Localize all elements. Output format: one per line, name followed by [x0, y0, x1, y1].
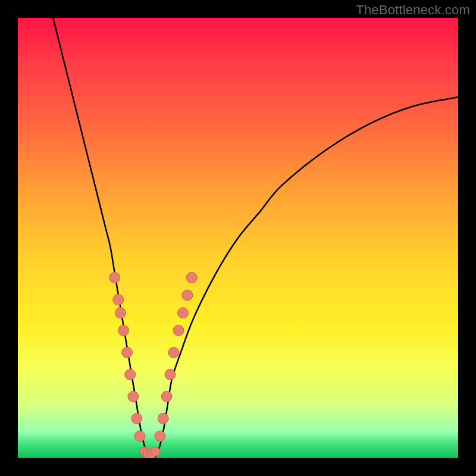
data-markers — [109, 273, 197, 458]
data-marker — [161, 391, 172, 402]
data-marker — [165, 369, 176, 380]
data-marker — [186, 273, 197, 283]
data-marker — [118, 325, 129, 336]
data-marker — [131, 413, 142, 424]
data-marker — [113, 295, 124, 305]
plot-area — [18, 18, 458, 458]
data-marker — [178, 308, 189, 318]
chart-frame: TheBottleneck.com — [0, 0, 476, 476]
bottleneck-curve — [53, 18, 458, 458]
data-marker — [182, 290, 193, 300]
data-marker — [168, 347, 179, 358]
data-marker — [109, 273, 120, 283]
watermark-text: TheBottleneck.com — [356, 2, 470, 18]
data-marker — [151, 447, 160, 456]
data-marker — [125, 369, 136, 380]
data-marker — [115, 308, 126, 318]
chart-svg — [18, 18, 458, 458]
data-marker — [155, 431, 165, 441]
data-marker — [128, 391, 139, 402]
data-marker — [134, 431, 145, 441]
data-marker — [122, 347, 133, 358]
data-marker — [173, 325, 184, 336]
data-marker — [158, 413, 168, 424]
